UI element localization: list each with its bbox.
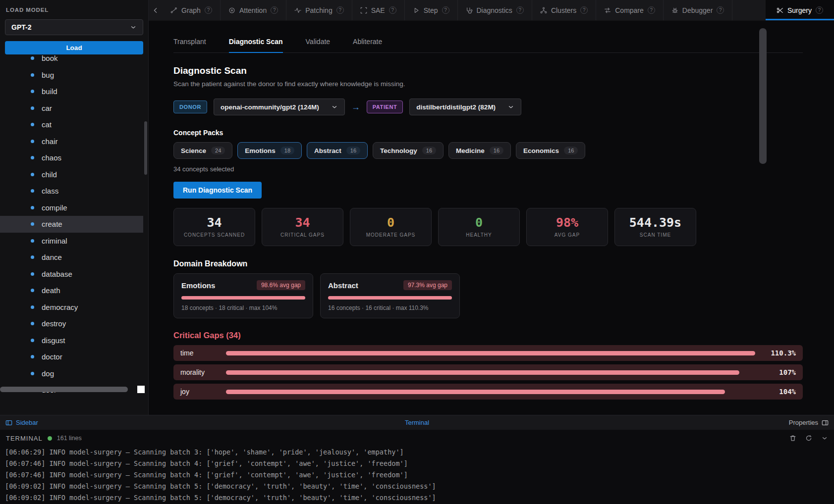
pack-count: 18: [280, 147, 294, 154]
pack-count: 16: [490, 147, 503, 154]
help-icon: ?: [205, 6, 212, 14]
concept-pack-abstract[interactable]: Abstract16: [307, 142, 368, 159]
load-button[interactable]: Load: [5, 41, 143, 54]
pack-count: 24: [211, 147, 225, 154]
tabs-scroll-left-button[interactable]: [149, 0, 163, 20]
concept-pack-technology[interactable]: Technology16: [373, 142, 444, 159]
sidebar-word-book[interactable]: book: [0, 54, 143, 67]
sidebar-word-disgust[interactable]: disgust: [0, 332, 143, 349]
tab-label: Compare: [615, 6, 644, 14]
concept-pack-emotions[interactable]: Emotions18: [237, 142, 302, 159]
concept-pack-science[interactable]: Science24: [173, 142, 232, 159]
domain-breakdown-cards: Emotions98.6% avg gap18 concepts · 18 cr…: [173, 273, 803, 318]
sidebar-word-compile[interactable]: compile: [0, 200, 143, 216]
domain-gap-badge: 97.3% avg gap: [403, 280, 452, 290]
bullet-icon: [31, 56, 34, 60]
terminal-log-line: [06:09:02] INFO model-surgery — Scanning…: [5, 492, 829, 504]
sidebar-word-create[interactable]: create: [0, 216, 143, 233]
status-bar: Sidebar Terminal Properties: [0, 415, 834, 430]
trash-icon[interactable]: [789, 435, 796, 442]
sidebar-word-bug[interactable]: bug: [0, 67, 143, 84]
sidebar-word-death[interactable]: death: [0, 282, 143, 299]
bullet-icon: [31, 73, 34, 77]
bullet-icon: [31, 106, 34, 110]
sidebar-word-car[interactable]: car: [0, 100, 143, 117]
gap-percent: 107%: [755, 368, 796, 376]
tab-label: Surgery: [787, 6, 812, 14]
tab-attention[interactable]: Attention?: [221, 0, 286, 20]
collapse-terminal-icon[interactable]: [821, 435, 828, 442]
terminal-log[interactable]: [06:06:29] INFO model-surgery — Scanning…: [0, 447, 834, 504]
sidebar-vertical-scrollbar[interactable]: [144, 121, 147, 175]
sidebar-word-label: dance: [42, 253, 62, 261]
main-panel: TransplantDiagnostic ScanValidateAbliter…: [149, 21, 834, 415]
sidebar-word-criminal[interactable]: criminal: [0, 233, 143, 250]
stat-label: SCAN TIME: [640, 232, 671, 238]
terminal-line-count: 161 lines: [57, 435, 82, 442]
sidebar-resize-handle[interactable]: [137, 386, 145, 393]
sidebar-word-dog[interactable]: dog: [0, 365, 143, 382]
selected-summary: 34 concepts selected: [173, 165, 803, 173]
help-icon: ?: [442, 6, 449, 14]
bullet-icon: [31, 206, 34, 209]
tab-step[interactable]: Step?: [405, 0, 458, 20]
concept-pack-economics[interactable]: Economics16: [516, 142, 585, 159]
sidebar-word-chair[interactable]: chair: [0, 133, 143, 150]
toggle-sidebar-button[interactable]: Sidebar: [5, 419, 38, 426]
refresh-icon[interactable]: [805, 435, 812, 442]
sidebar-word-cat[interactable]: cat: [0, 116, 143, 133]
sidebar-word-build[interactable]: build: [0, 83, 143, 100]
tab-surgery[interactable]: Surgery?: [766, 0, 834, 20]
sidebar-word-democracy[interactable]: democracy: [0, 299, 143, 316]
stat-value: 34: [295, 216, 310, 229]
sidebar-word-label: compile: [42, 203, 67, 212]
tab-sae[interactable]: SAE?: [352, 0, 405, 20]
donor-model-select[interactable]: openai-community/gpt2 (124M): [214, 99, 345, 115]
critical-gap-row-time: time110.3%: [173, 345, 803, 361]
chevron-left-icon: [152, 7, 159, 14]
tab-compare[interactable]: Compare?: [596, 0, 664, 20]
terminal-title: TERMINAL: [6, 435, 43, 442]
sidebar-word-chaos[interactable]: chaos: [0, 150, 143, 166]
clusters-icon: [540, 7, 547, 14]
help-icon: ?: [336, 6, 344, 14]
domain-meta: 16 concepts · 16 critical · max 110.3%: [328, 304, 452, 311]
sidebar-word-class[interactable]: class: [0, 183, 143, 200]
subtab-transplant[interactable]: Transplant: [173, 38, 206, 53]
sidebar-horizontal-scrollbar[interactable]: [0, 387, 128, 392]
help-icon: ?: [389, 6, 396, 14]
concept-pack-medicine[interactable]: Medicine16: [448, 142, 511, 159]
patient-model-select[interactable]: distilbert/distilgpt2 (82M): [409, 99, 521, 115]
bullet-icon: [31, 239, 34, 243]
tab-patching[interactable]: Patching?: [286, 0, 352, 20]
tab-diagnostics[interactable]: Diagnostics?: [458, 0, 532, 20]
model-select[interactable]: GPT-2: [5, 19, 143, 35]
concept-packs-label: Concept Packs: [173, 129, 803, 137]
sidebar-word-child[interactable]: child: [0, 166, 143, 183]
sidebar-word-dance[interactable]: dance: [0, 249, 143, 266]
run-diagnostic-scan-button[interactable]: Run Diagnostic Scan: [173, 182, 262, 199]
tab-graph[interactable]: Graph?: [163, 0, 221, 20]
subtab-abliterate[interactable]: Abliterate: [353, 38, 382, 53]
toggle-terminal-button[interactable]: Terminal: [405, 419, 429, 426]
help-icon: ?: [648, 6, 655, 14]
sidebar-word-database[interactable]: database: [0, 266, 143, 283]
sidebar-word-label: create: [42, 220, 62, 228]
subtab-diagnostic-scan[interactable]: Diagnostic Scan: [229, 38, 283, 53]
tab-clusters[interactable]: Clusters?: [532, 0, 596, 20]
stat-card-scan-time: 544.39sSCAN TIME: [614, 208, 696, 246]
tab-label: Attention: [239, 6, 267, 14]
sidebar-word-destroy[interactable]: destroy: [0, 315, 143, 332]
bullet-icon: [31, 156, 34, 159]
bullet-icon: [31, 189, 34, 193]
main-vertical-scrollbar[interactable]: [759, 28, 767, 164]
subtab-validate[interactable]: Validate: [306, 38, 331, 53]
gap-label: morality: [180, 368, 226, 376]
sidebar-word-doctor[interactable]: doctor: [0, 349, 143, 365]
gap-percent: 104%: [755, 388, 796, 396]
bullet-icon: [31, 322, 34, 325]
toggle-properties-button[interactable]: Properties: [789, 419, 829, 426]
attention-icon: [228, 7, 235, 14]
tab-debugger[interactable]: Debugger?: [664, 0, 733, 20]
patient-model-value: distilbert/distilgpt2 (82M): [416, 103, 496, 111]
